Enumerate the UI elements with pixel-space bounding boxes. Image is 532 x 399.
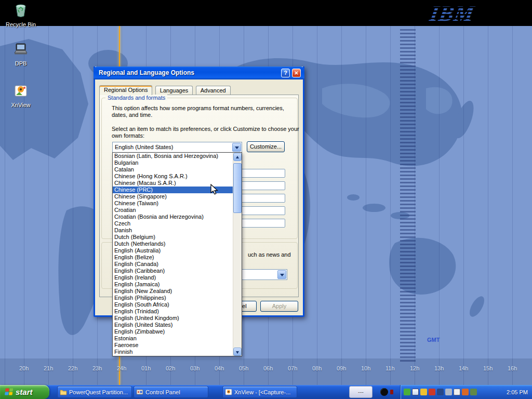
apply-button[interactable]: Apply <box>260 301 298 312</box>
gmt-label: GMT <box>427 337 440 343</box>
taskbar-task-xnview[interactable]: XnView - [<Capture-... <box>222 386 297 398</box>
language-list-item[interactable]: English (Australia) <box>113 247 233 254</box>
language-list-item[interactable]: Dutch (Belgium) <box>113 234 233 241</box>
tray-icon[interactable] <box>412 389 419 395</box>
language-list-item[interactable]: English (Belize) <box>113 254 233 261</box>
location-text-fragment: uch as news and <box>248 251 291 258</box>
timezone-label: 16h <box>508 365 517 371</box>
tab-regional-options[interactable]: Regional Options <box>99 85 152 95</box>
unknown-app-icon[interactable] <box>380 388 388 396</box>
language-list-item[interactable]: Croatian (Bosnia and Herzegovina) <box>113 214 233 220</box>
tray-icon[interactable] <box>420 389 427 395</box>
timezone-label: 01h <box>141 365 151 371</box>
desktop-icon-dpb[interactable]: DPB <box>4 42 37 66</box>
language-list-item[interactable]: Catalan <box>113 166 233 173</box>
start-button[interactable]: start <box>0 385 49 399</box>
scrollbar-thumb[interactable] <box>233 163 242 213</box>
windows-flag-icon <box>4 388 14 396</box>
timezone-label: 10h <box>361 365 370 371</box>
timezone-scale: 20h21h22h23h24h01h02h03h04h05h06h07h08h0… <box>0 365 532 374</box>
language-list-item[interactable]: Faeroese <box>113 342 233 349</box>
chevron-down-icon[interactable] <box>232 143 241 152</box>
language-list-item[interactable]: Finnish <box>113 349 233 355</box>
language-list-item[interactable]: English (United Kingdom) <box>113 315 233 322</box>
task-label: Control Panel <box>145 389 180 395</box>
xnview-icon <box>225 389 232 395</box>
tray-icon[interactable] <box>462 389 469 395</box>
tray-icon[interactable] <box>404 389 410 395</box>
tray-icon[interactable] <box>429 389 435 395</box>
timezone-label: 21h <box>44 365 53 371</box>
language-list-item[interactable]: Chinese (Taiwan) <box>113 200 233 207</box>
date-line-hatch <box>400 29 416 362</box>
language-list-item[interactable]: English (Canada) <box>113 261 233 268</box>
timezone-label: 02h <box>166 365 175 371</box>
language-list-item[interactable]: English (Zimbabwe) <box>113 328 233 335</box>
language-list-item[interactable]: English (Ireland) <box>113 274 233 281</box>
timezone-label: 24h <box>117 365 126 371</box>
timezone-label: 11h <box>385 365 395 371</box>
timezone-label: 05h <box>239 365 248 371</box>
tray-icon[interactable] <box>437 389 444 395</box>
language-list-item[interactable]: English (South Africa) <box>113 301 233 308</box>
timezone-label: 04h <box>215 365 224 371</box>
tray-icon[interactable] <box>445 389 452 395</box>
timezone-label: 15h <box>483 365 493 371</box>
control-panel-icon <box>136 389 143 395</box>
timezone-label: 06h <box>263 365 273 371</box>
language-list-item[interactable]: English (New Zealand) <box>113 288 233 295</box>
timezone-label: 20h <box>19 365 29 371</box>
timezone-label: 07h <box>288 365 297 371</box>
tab-advanced[interactable]: Advanced <box>196 86 231 95</box>
desktop-icon-label: XnView <box>4 102 37 108</box>
desktop-icon-recycle-bin[interactable]: Recycle Bin <box>4 3 37 28</box>
tray-icon[interactable] <box>470 389 477 395</box>
format-combobox-value: English (United States) <box>115 144 174 150</box>
language-list-item[interactable]: English (Philippines) <box>113 295 233 301</box>
format-combobox[interactable]: English (United States) <box>112 142 242 153</box>
taskbar-overflow-button[interactable]: --- <box>349 386 373 398</box>
system-tray: 2:05 PM <box>400 385 532 399</box>
scrollbar-track[interactable] <box>233 161 242 348</box>
list-scrollbar[interactable] <box>233 153 242 356</box>
taskbar: start PowerQuest Partition... Control Pa… <box>0 385 532 399</box>
scroll-down-button[interactable] <box>233 348 242 356</box>
timezone-label: 14h <box>459 365 468 371</box>
language-list-item[interactable]: English (Jamaica) <box>113 281 233 288</box>
language-list-item[interactable]: Estonian <box>113 335 233 342</box>
desktop-icon-label: Recycle Bin <box>4 21 37 28</box>
taskbar-task-powerquest[interactable]: PowerQuest Partition... <box>57 386 132 398</box>
close-button[interactable]: ✕ <box>292 69 301 77</box>
mouse-cursor <box>210 184 218 195</box>
desktop-icon-xnview[interactable]: XnView <box>4 83 37 108</box>
scroll-up-button[interactable] <box>233 153 242 161</box>
language-list-item[interactable]: Danish <box>113 227 233 234</box>
task-label: PowerQuest Partition... <box>69 389 128 395</box>
language-list-item[interactable]: Bulgarian <box>113 159 233 166</box>
laptop-icon <box>13 42 29 57</box>
customize-button[interactable]: Customize... <box>247 141 285 152</box>
language-list-item[interactable]: English (United States) <box>113 322 233 328</box>
ibm-logo-stripes <box>430 1 487 25</box>
language-list-item[interactable]: Bosnian (Latin, Bosnia and Herzegovina) <box>113 153 233 159</box>
language-list-item[interactable]: Dutch (Netherlands) <box>113 241 233 247</box>
chevron-down-icon[interactable] <box>277 270 286 279</box>
dialog-titlebar[interactable]: Regional and Language Options ? ✕ <box>94 66 304 79</box>
language-list-item[interactable]: Czech <box>113 220 233 227</box>
timezone-label: 03h <box>190 365 200 371</box>
taskbar-task-control-panel[interactable]: Control Panel <box>134 386 208 398</box>
help-button[interactable]: ? <box>281 69 290 77</box>
language-list-item[interactable]: Chinese (Hong Kong S.A.R.) <box>113 173 233 180</box>
tab-languages[interactable]: Languages <box>155 86 193 95</box>
language-list-item[interactable]: Croatian <box>113 207 233 214</box>
tray-icon[interactable] <box>454 389 460 395</box>
taskbar-app-area[interactable] <box>375 386 398 398</box>
language-dropdown-list: Bosnian (Latin, Bosnia and Herzegovina)B… <box>112 152 242 356</box>
language-list-item[interactable]: English (Trinidad) <box>113 308 233 315</box>
timezone-label: 09h <box>337 365 346 371</box>
recycle-bin-icon <box>13 3 29 18</box>
language-list-item[interactable]: English (Caribbean) <box>113 268 233 274</box>
top-band: IBM <box>0 0 532 26</box>
timezone-label: 23h <box>92 365 102 371</box>
standards-description: This option affects how some programs fo… <box>112 105 292 118</box>
